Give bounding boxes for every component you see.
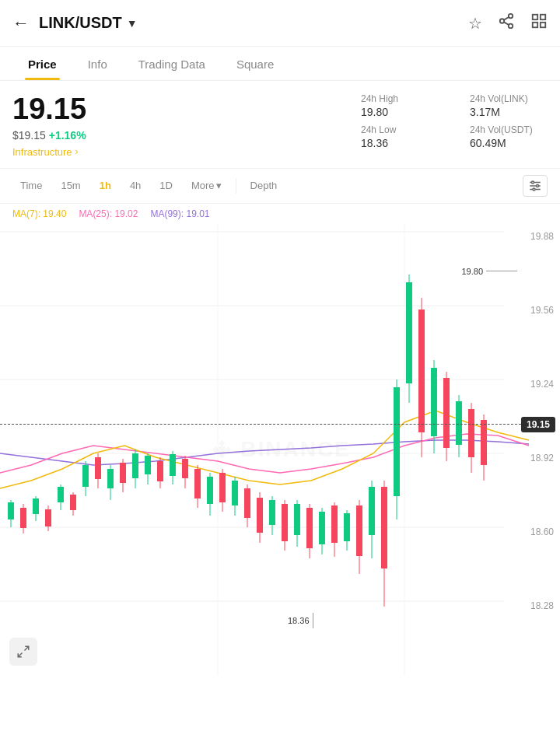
- svg-line-3: [504, 22, 509, 25]
- ma25-value: 19.02: [114, 208, 138, 219]
- high-value: 19.80: [361, 106, 388, 118]
- svg-rect-89: [381, 487, 387, 568]
- svg-rect-51: [145, 456, 151, 474]
- vol-usdt-value: 60.49M: [470, 137, 506, 149]
- svg-rect-69: [257, 498, 263, 533]
- ma25-indicator: MA(25): 19.02: [79, 208, 138, 219]
- high-price-label: 19.80: [461, 267, 517, 276]
- ma99-label: MA(99):: [150, 208, 184, 219]
- interval-15m[interactable]: 15m: [53, 175, 88, 196]
- ma7-indicator: MA(7): 19.40: [12, 208, 66, 219]
- svg-rect-103: [468, 409, 474, 457]
- svg-rect-41: [82, 465, 89, 487]
- pair-title: LINK/USDT: [39, 14, 122, 32]
- svg-line-107: [18, 652, 22, 656]
- svg-rect-53: [157, 461, 163, 481]
- back-button[interactable]: ←: [12, 13, 30, 33]
- stats-row-top: 24h High 19.80 24h Vol(LINK) 3.17M: [361, 93, 548, 118]
- svg-rect-37: [58, 487, 64, 502]
- svg-rect-5: [533, 15, 537, 19]
- chart-settings-button[interactable]: [523, 175, 548, 197]
- category-label: Infrastructure: [12, 146, 72, 158]
- chart-area[interactable]: 19.88 19.56 19.24 18.92 18.60 18.28 19.8…: [0, 224, 560, 675]
- svg-point-12: [532, 181, 534, 184]
- svg-point-14: [533, 188, 535, 191]
- tab-square[interactable]: Square: [221, 47, 289, 80]
- tab-bar: Price Info Trading Data Square: [0, 47, 560, 81]
- svg-rect-97: [431, 368, 437, 436]
- stat-vol-link: 24h Vol(LINK) 3.17M: [470, 93, 548, 118]
- interval-4h[interactable]: 4h: [122, 175, 149, 196]
- category-tag[interactable]: Infrastructure ›: [12, 146, 79, 158]
- share-icon[interactable]: [498, 12, 515, 33]
- svg-rect-95: [418, 310, 425, 432]
- depth-button[interactable]: Depth: [243, 175, 285, 196]
- svg-rect-81: [331, 505, 338, 543]
- price-stats: 24h High 19.80 24h Vol(LINK) 3.17M 24h L…: [361, 93, 548, 156]
- svg-rect-93: [406, 282, 412, 383]
- stat-24h-low: 24h Low 18.36: [361, 124, 439, 149]
- svg-point-13: [537, 184, 539, 187]
- svg-rect-101: [456, 401, 462, 445]
- more-label: More: [191, 180, 215, 191]
- category-arrow-icon: ›: [75, 146, 79, 157]
- vol-usdt-label: 24h Vol(USDT): [470, 124, 533, 135]
- svg-rect-8: [541, 23, 545, 27]
- svg-rect-59: [194, 469, 201, 498]
- price-level-19-56: 19.56: [530, 306, 554, 315]
- star-icon[interactable]: ☆: [468, 14, 482, 33]
- svg-rect-33: [33, 498, 39, 514]
- svg-rect-49: [132, 453, 138, 478]
- svg-rect-65: [232, 481, 238, 505]
- grid-icon[interactable]: [530, 12, 548, 33]
- tab-trading-data[interactable]: Trading Data: [123, 47, 221, 80]
- svg-rect-85: [356, 505, 362, 556]
- low-value: 18.36: [361, 137, 388, 149]
- svg-rect-57: [182, 459, 188, 478]
- svg-rect-75: [294, 504, 300, 535]
- stat-vol-usdt: 24h Vol(USDT) 60.49M: [470, 124, 548, 149]
- chart-controls: Time 15m 1h 4h 1D More ▾ Depth: [0, 168, 560, 204]
- stat-24h-high: 24h High 19.80: [361, 93, 439, 118]
- svg-rect-63: [219, 473, 226, 502]
- svg-rect-83: [344, 513, 350, 541]
- current-price-line: [0, 424, 521, 425]
- ma99-value: 19.01: [186, 208, 209, 219]
- svg-rect-91: [394, 387, 400, 496]
- low-label: 24h Low: [361, 124, 396, 135]
- ma-indicators: MA(7): 19.40 MA(25): 19.02 MA(99): 19.01: [0, 204, 560, 224]
- svg-rect-67: [244, 488, 250, 518]
- svg-rect-87: [369, 487, 375, 535]
- svg-rect-99: [443, 378, 450, 448]
- divider: [236, 178, 236, 194]
- pair-dropdown-icon[interactable]: ▼: [127, 17, 138, 30]
- price-level-18-28: 18.28: [530, 601, 554, 610]
- high-label: 24h High: [361, 93, 398, 104]
- candlestick-chart: [0, 224, 560, 675]
- header: ← LINK/USDT ▼ ☆: [0, 0, 560, 47]
- svg-rect-45: [107, 469, 114, 488]
- price-level-18-92: 18.92: [530, 453, 554, 463]
- svg-rect-61: [207, 477, 213, 504]
- tab-info[interactable]: Info: [72, 47, 123, 80]
- svg-line-4: [504, 17, 509, 20]
- time-label: Time: [12, 175, 50, 196]
- svg-rect-29: [8, 502, 14, 519]
- ma7-value: 19.40: [43, 208, 66, 219]
- price-section: 19.15 $19.15 +1.16% Infrastructure › 24h…: [0, 81, 560, 168]
- price-level-18-60: 18.60: [530, 527, 554, 537]
- price-level-19-24: 19.24: [530, 379, 554, 389]
- interval-1h[interactable]: 1h: [92, 175, 119, 196]
- interval-1d[interactable]: 1D: [152, 175, 180, 196]
- more-button[interactable]: More ▾: [184, 175, 229, 196]
- vol-link-value: 3.17M: [470, 106, 500, 118]
- stats-row-bottom: 24h Low 18.36 24h Vol(USDT) 60.49M: [361, 124, 548, 149]
- svg-rect-73: [282, 504, 288, 541]
- expand-button[interactable]: [9, 638, 37, 666]
- price-level-19-88: 19.88: [530, 232, 554, 241]
- ma25-label: MA(25):: [79, 208, 112, 219]
- vol-link-label: 24h Vol(LINK): [470, 93, 528, 104]
- more-dropdown-icon: ▾: [216, 180, 222, 191]
- tab-price[interactable]: Price: [12, 47, 72, 80]
- svg-rect-35: [45, 509, 51, 526]
